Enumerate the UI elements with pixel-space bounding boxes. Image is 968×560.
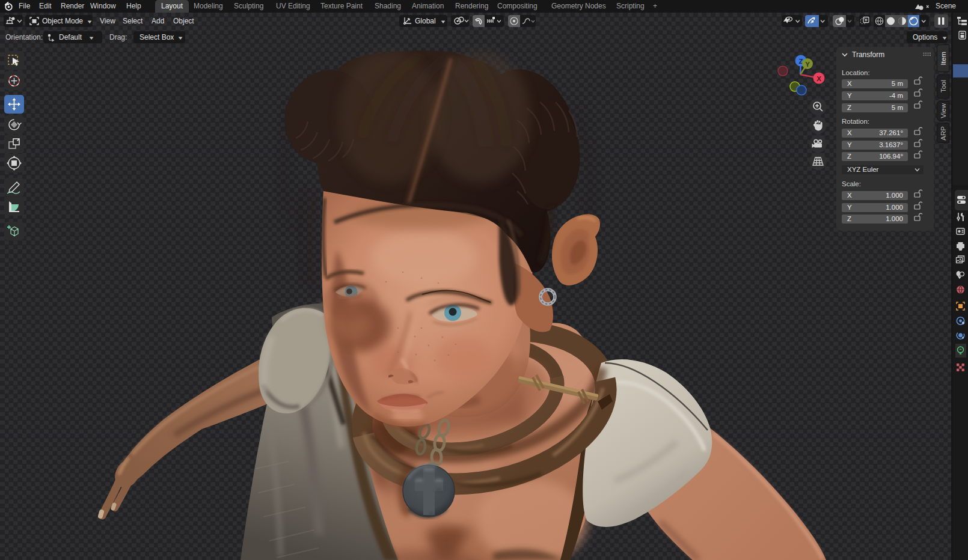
svg-text:Y: Y: [805, 61, 810, 68]
svg-text:X: X: [816, 75, 821, 82]
